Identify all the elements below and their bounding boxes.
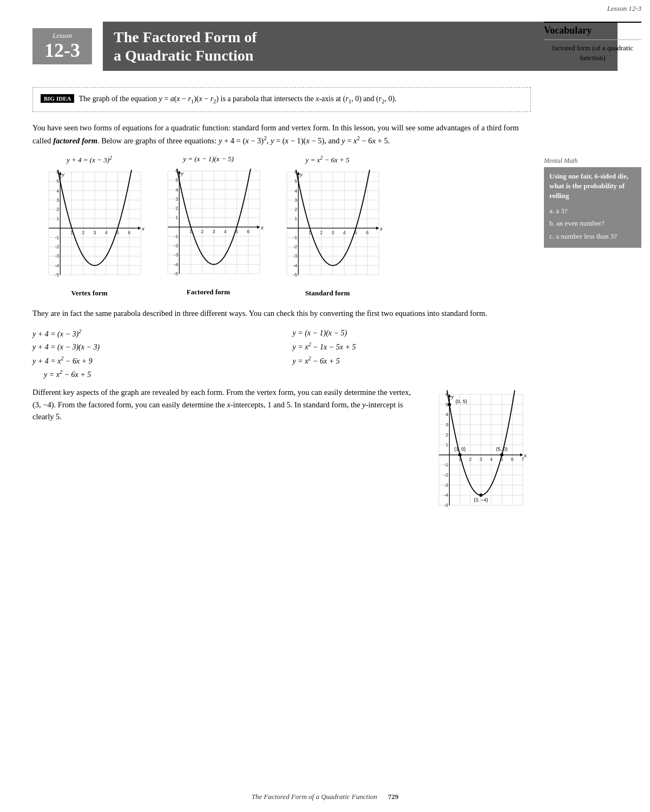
eq-right-1: y = (x − 1)(x − 5): [293, 327, 531, 340]
mental-math-title: Mental Math: [544, 157, 641, 165]
eq-right-2: y = x2 − 1x − 5x + 5: [293, 340, 531, 353]
equations-section: y + 4 = (x − 3)2 y + 4 = (x − 3)(x − 3) …: [32, 327, 531, 381]
lesson-number-box: Lesson 12-3: [32, 28, 92, 65]
graph-factored-form: y = (x − 1)(x − 5) Factored form: [152, 155, 265, 298]
big-idea-label: BIG IDEA: [41, 94, 74, 103]
vocabulary-title: Vocabulary: [544, 23, 641, 36]
graphs-row: y + 4 = (x − 3)2 Vertex form y = (x − 1)…: [32, 155, 531, 298]
footer-title: The Factored Form of a Quadratic Functio…: [252, 793, 377, 801]
equations-left: y + 4 = (x − 3)2 y + 4 = (x − 3)(x − 3) …: [32, 327, 271, 381]
lesson-word: Lesson: [40, 31, 84, 40]
equations-right: y = (x − 1)(x − 5) y = x2 − 1x − 5x + 5 …: [293, 327, 531, 381]
graph-standard-form: y = x2 − 6x + 5 Standard form: [271, 155, 384, 298]
bottom-section: Different key aspects of the graph are r…: [32, 386, 531, 518]
main-content: BIG IDEA The graph of the equation y = a…: [32, 87, 531, 518]
graph1-label: Vertex form: [71, 289, 107, 298]
eq-right-3: y = x2 − 6x + 5: [293, 354, 531, 367]
lesson-header: Lesson 12-3 The Factored Form of a Quadr…: [32, 22, 618, 76]
graph2-canvas: [152, 166, 265, 285]
graph-vertex-form: y + 4 = (x − 3)2 Vertex form: [32, 155, 146, 298]
body-paragraph-2: They are in fact the same parabola descr…: [32, 307, 531, 319]
graph3-canvas: [271, 167, 384, 286]
footer-page: 729: [388, 793, 399, 801]
bottom-paragraph: Different key aspects of the graph are r…: [32, 386, 412, 422]
lesson-title: The Factored Form of a Quadratic Functio…: [103, 22, 618, 71]
graph3-title: y = x2 − 6x + 5: [305, 155, 349, 164]
mental-math-q1: a. a 3?: [549, 206, 636, 216]
vocabulary-sidebar: Vocabulary factored form (of a quadratic…: [544, 22, 641, 63]
graph1-canvas: [32, 167, 146, 286]
small-graph-canvas: [423, 386, 531, 516]
graph3-label: Standard form: [305, 289, 350, 298]
big-idea-box: BIG IDEA The graph of the equation y = a…: [32, 87, 531, 112]
lesson-number: 12-3: [40, 40, 84, 62]
top-corner-label: Lesson 12-3: [607, 4, 641, 13]
eq-left-1: y + 4 = (x − 3)2: [32, 327, 271, 340]
lesson-title-h1: The Factored Form of a Quadratic Functio…: [114, 28, 607, 64]
mental-math-content: Using one fair, 6-sided die, what is the…: [544, 167, 641, 248]
mental-math-q2: b. an even number?: [549, 218, 636, 229]
page-footer: The Factored Form of a Quadratic Functio…: [0, 793, 650, 801]
eq-left-3: y + 4 = x2 − 6x + 9: [32, 354, 271, 367]
mental-math-q3: c. a number less than 3?: [549, 231, 636, 242]
body-paragraph-1: You have seen two forms of equations for…: [32, 122, 531, 147]
graph2-title: y = (x − 1)(x − 5): [183, 155, 234, 163]
mental-math-heading: Using one fair, 6-sided die, what is the…: [549, 171, 636, 201]
graph1-title: y + 4 = (x − 3)2: [67, 155, 112, 164]
eq-left-2: y + 4 = (x − 3)(x − 3): [32, 341, 271, 354]
mental-math-sidebar: Mental Math Using one fair, 6-sided die,…: [544, 157, 641, 248]
vocabulary-term: factored form (of a quadratic function): [544, 43, 641, 63]
small-graph-container: [423, 386, 531, 518]
big-idea-text: The graph of the equation y = a(x − r1)(…: [78, 93, 396, 106]
graph2-label: Factored form: [187, 288, 230, 296]
eq-left-4: y = x2 − 6x + 5: [32, 367, 271, 381]
